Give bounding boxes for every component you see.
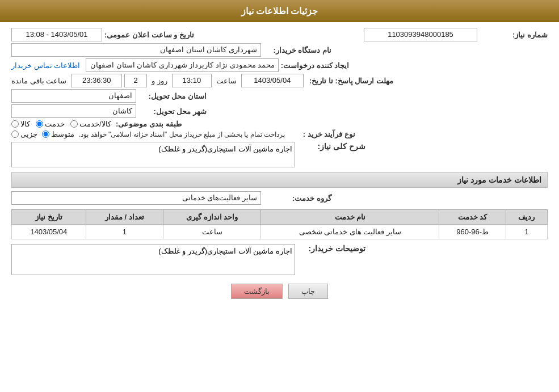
cell-service_code: ط-96-960	[439, 225, 506, 239]
button-row: چاپ بازگشت	[11, 284, 548, 299]
category-radio-group: کالا/خدمت خدمت کالا	[11, 120, 111, 128]
col-date: تاریخ نیاز	[12, 210, 86, 225]
cell-row_num: 1	[506, 225, 547, 239]
category-label-kala: کالا	[20, 120, 30, 128]
category-radio-kala[interactable]	[11, 120, 19, 128]
purchase-label-motavaset: متوسط	[51, 130, 74, 138]
category-label: طبقه بندی موضوعی:	[114, 120, 182, 128]
row-deadline: مهلت ارسال پاسخ: تا تاریخ: 1403/05/04 سا…	[11, 74, 548, 87]
col-row-num: ردیف	[506, 210, 547, 225]
purchase-option-jozi[interactable]: جزیی	[11, 130, 37, 138]
deadline-day-label: روز و	[152, 77, 167, 85]
category-option-kala[interactable]: کالا	[11, 120, 30, 128]
page-header: جزئیات اطلاعات نیاز	[0, 0, 559, 22]
buyer-notes-label: توضیحات خریدار:	[297, 244, 365, 253]
purchase-label-jozi: جزیی	[20, 130, 37, 138]
deadline-label: مهلت ارسال پاسخ: تا تاریخ:	[309, 77, 393, 85]
cell-service_name: سایر فعالیت های خدماتی شخصی	[261, 225, 439, 239]
deadline-days: 2	[124, 74, 147, 87]
province-label: استان محل تحویل:	[138, 92, 207, 100]
col-quantity: تعداد / مقدار	[86, 210, 163, 225]
purchase-radio-motavaset[interactable]	[42, 130, 49, 138]
row-need-number: شماره نیاز: 1103093948000185 تاریخ و ساع…	[11, 28, 548, 41]
announcement-value: 1403/05/01 - 13:08	[11, 28, 102, 41]
city-label: شهر محل تحویل:	[138, 107, 207, 116]
row-creator: ایجاد کننده درخواست: محمد محمودی نژاد کا…	[11, 58, 548, 72]
creator-label: ایجاد کننده درخواست:	[281, 61, 349, 70]
row-need-desc: شرح کلی نیاز:	[11, 142, 548, 167]
row-buyer-org: نام دستگاه خریدار: شهرداری کاشان استان ا…	[11, 43, 548, 57]
purchase-option-motavaset[interactable]: متوسط	[42, 130, 74, 138]
row-province: استان محل تحویل: اصفهان	[11, 89, 548, 103]
buyer-notes-textarea[interactable]	[11, 244, 295, 275]
print-button[interactable]: چاپ	[288, 284, 328, 299]
row-buyer-notes: توضیحات خریدار:	[11, 244, 548, 275]
need-number-label: شماره نیاز:	[480, 31, 548, 39]
deadline-date: 1403/05/04	[241, 74, 304, 87]
table-row: 1ط-96-960سایر فعالیت های خدماتی شخصیساعت…	[12, 225, 548, 239]
purchase-radio-jozi[interactable]	[11, 130, 19, 138]
category-option-khedmat[interactable]: خدمت	[36, 120, 65, 128]
need-desc-label: شرح کلی نیاز:	[297, 142, 365, 151]
back-button[interactable]: بازگشت	[231, 284, 283, 299]
cell-unit: ساعت	[163, 225, 261, 239]
announcement-label: تاریخ و ساعت اعلان عمومی:	[104, 31, 194, 39]
col-unit: واحد اندازه گیری	[163, 210, 261, 225]
category-radio-khedmat[interactable]	[36, 120, 43, 128]
creator-value: محمد محمودی نژاد کاربرداز شهرداری کاشان …	[86, 58, 279, 72]
province-value: اصفهان	[11, 89, 136, 103]
services-section-title: اطلاعات خدمات مورد نیاز	[11, 172, 548, 188]
service-group-label: گروه خدمت:	[263, 194, 331, 203]
category-radio-kala-khedmat[interactable]	[70, 120, 78, 128]
cell-date: 1403/05/04	[12, 225, 86, 239]
deadline-time-label: ساعت	[216, 77, 237, 85]
page-wrapper: جزئیات اطلاعات نیاز شماره نیاز: 11030939…	[0, 0, 559, 392]
deadline-time: 13:10	[172, 74, 212, 87]
service-table: ردیف کد خدمت نام خدمت واحد اندازه گیری ت…	[11, 209, 548, 239]
category-option-kala-khedmat[interactable]: کالا/خدمت	[70, 120, 111, 128]
deadline-remaining-label: ساعت باقی مانده	[11, 77, 66, 85]
col-service-code: کد خدمت	[439, 210, 506, 225]
purchase-type-label: نوع فرآیند خرید :	[287, 130, 355, 138]
purchase-type-group: پرداخت تمام یا بخشی از مبلغ خریداز محل "…	[11, 130, 285, 138]
creator-contact-link[interactable]: اطلاعات تماس خریدار	[11, 61, 80, 70]
city-value: کاشان	[11, 104, 136, 118]
main-content: شماره نیاز: 1103093948000185 تاریخ و ساع…	[0, 22, 559, 313]
buyer-org-label: نام دستگاه خریدار:	[263, 46, 331, 54]
row-purchase-type: نوع فرآیند خرید : پرداخت تمام یا بخشی از…	[11, 130, 548, 138]
category-label-kala-khedmat: کالا/خدمت	[79, 120, 111, 128]
purchase-note: پرداخت تمام یا بخشی از مبلغ خریداز محل "…	[79, 130, 285, 138]
buyer-org-value: شهرداری کاشان استان اصفهان	[11, 43, 261, 57]
service-group-value: سایر فعالیت‌های خدماتی	[11, 191, 261, 205]
cell-quantity: 1	[86, 225, 163, 239]
col-service-name: نام خدمت	[261, 210, 439, 225]
page-title: جزئیات اطلاعات نیاز	[241, 6, 318, 16]
category-label-khedmat: خدمت	[45, 120, 65, 128]
row-city: شهر محل تحویل: کاشان	[11, 104, 548, 118]
row-category: طبقه بندی موضوعی: کالا/خدمت خدمت کالا	[11, 120, 548, 128]
need-desc-textarea[interactable]	[11, 142, 295, 167]
deadline-remaining: 23:36:30	[71, 74, 122, 87]
row-service-group: گروه خدمت: سایر فعالیت‌های خدماتی	[11, 191, 548, 205]
need-number-value: 1103093948000185	[364, 28, 477, 41]
